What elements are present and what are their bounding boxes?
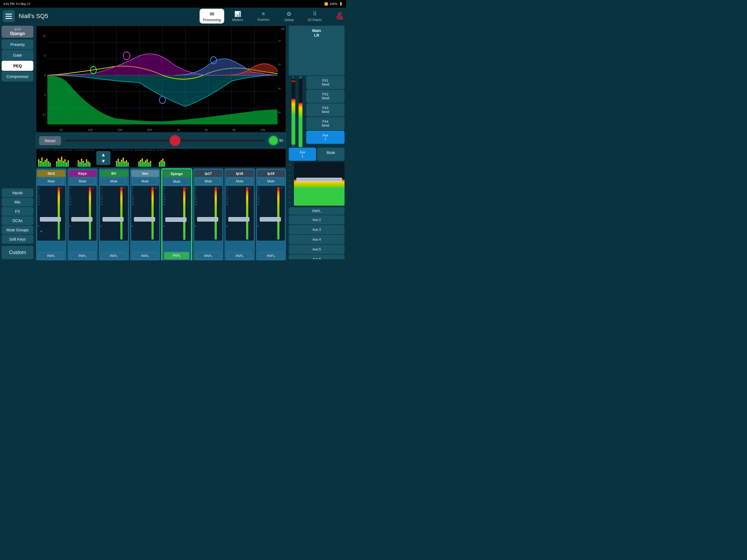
fader-area-keys: 105010203040 C G <box>69 186 97 251</box>
gate-button[interactable]: Gate <box>2 50 33 60</box>
fader-handle-django[interactable] <box>165 218 186 222</box>
fader-bg-django: 105010203040 C G <box>163 186 191 241</box>
nav-soft-keys[interactable]: Soft Keys <box>2 235 33 244</box>
nav-section: Inputs Mix FX DCAs Mute Groups Soft Keys <box>2 188 33 244</box>
fader-bg-gtr2: 105010203040 C G ▲ <box>37 186 66 240</box>
nav-mix[interactable]: Mix <box>2 198 33 206</box>
pafl-gtr2[interactable]: PAFL <box>38 252 64 260</box>
nav-dcas[interactable]: DCAs <box>2 216 33 225</box>
pafl-keys[interactable]: PAFL <box>70 252 95 260</box>
mute-lp19[interactable]: Mute <box>258 178 284 185</box>
channel-lp17: lp17 Mute 105010203040 C G PAFL <box>193 169 224 260</box>
tab-iopatch[interactable]: ⠿ IO Patch <box>302 9 327 24</box>
header: Niall's SQ5 ✉ Processing 📊 Meters ≡ Scen… <box>0 8 346 25</box>
app-title: Niall's SQ5 <box>19 12 48 20</box>
fader-area-bv: 105010203040 C G <box>100 186 128 251</box>
tab-meters[interactable]: 📊 Meters <box>225 9 250 24</box>
mute-right-button[interactable]: Mute <box>317 148 344 161</box>
pafl-bv[interactable]: PAFL <box>101 252 126 260</box>
fader-handle-lp19[interactable] <box>260 217 281 222</box>
channel-name-lp17[interactable]: lp17 <box>195 170 223 177</box>
compressor-button[interactable]: Compressor <box>2 71 33 81</box>
mute-lp17[interactable]: Mute <box>196 178 221 185</box>
right-sidebar: MainLR L Pk R <box>287 25 346 260</box>
aux1-pafl-button[interactable]: Aux1 <box>289 148 316 161</box>
fader-area-gtr2: 105010203040 C G ▲ <box>37 186 66 251</box>
status-time: 4:01 PM Fri May 17 <box>3 2 30 5</box>
status-bar: 4:01 PM Fri May 17 📶 100% 🔋 <box>0 0 346 8</box>
fx3-send-button[interactable]: FX3Send <box>306 103 344 117</box>
channel-name-lp19[interactable]: lp19 <box>257 170 285 177</box>
mute-keys[interactable]: Mute <box>70 178 95 185</box>
pafl-lp19[interactable]: PAFL <box>258 252 284 260</box>
fader-area-django: 105010203040 C G <box>163 186 191 251</box>
meter-group-6: 41 43 45 47 <box>157 149 167 167</box>
channel-name-django[interactable]: Django <box>163 170 191 177</box>
fader-meter-gtr2 <box>58 187 60 239</box>
pafl-django[interactable]: PAFL <box>164 252 189 259</box>
main-lr-button[interactable]: MainLR <box>289 26 344 75</box>
aux2-button[interactable]: Aux 2 <box>289 215 344 225</box>
fader-handle-keys[interactable] <box>71 217 93 222</box>
meter-group-1: 1 2 3 4 5 6 7 8 <box>38 149 51 167</box>
meter-group-2: 9 10 11 12 13 14 15 16 <box>52 149 72 167</box>
main-area: Pk 1260612 10203040 501002005001k2k5k10k <box>36 25 286 260</box>
aux3-button[interactable]: Aux 3 <box>289 225 344 234</box>
fader-handle-gtr2[interactable] <box>40 217 61 222</box>
channel-name-gtr2[interactable]: Gtr2 <box>37 170 66 177</box>
svg-point-15 <box>123 52 130 59</box>
vu-meter-left: L Pk <box>290 76 297 147</box>
fader-handle-lp18[interactable] <box>228 217 249 222</box>
channel-lp18: lp18 Mute 105010203040 C G PAFL <box>225 169 255 260</box>
in-led[interactable] <box>269 136 278 145</box>
peq-button[interactable]: PEQ <box>2 61 33 71</box>
channel-name-vox[interactable]: Vox <box>131 170 159 177</box>
fader-handle-lp17[interactable] <box>197 217 218 222</box>
channel-django: Django Mute 105010203040 C G PAFL <box>161 169 192 260</box>
fx2-send-button[interactable]: FX2Send <box>306 90 344 103</box>
channel-number: lp16 <box>3 27 32 31</box>
right-fader-handle[interactable] <box>297 178 342 182</box>
aux1-mute-row: Aux1 Mute <box>289 148 344 161</box>
tab-scenes[interactable]: ≡ Scenes <box>251 9 276 24</box>
mute-gtr2[interactable]: Mute <box>38 178 64 185</box>
fader-handle-bv[interactable] <box>103 217 124 222</box>
aux6-button[interactable]: Aux 6 <box>289 255 344 259</box>
preamp-button[interactable]: Preamp <box>2 40 33 50</box>
tab-processing[interactable]: ✉ Processing <box>200 9 224 24</box>
reset-button[interactable]: Reset <box>39 136 61 145</box>
mute-django[interactable]: Mute <box>164 178 189 185</box>
nav-fx[interactable]: FX <box>2 207 33 216</box>
right-fader-section: 1050510203040 5 6 20 30 <box>289 162 344 206</box>
mute-vox[interactable]: Mute <box>133 178 158 185</box>
fx1-send-button[interactable]: FX1Send <box>306 76 344 89</box>
transport-fader-track <box>66 139 265 142</box>
meter-scroll-button[interactable]: ▲ ▼ <box>96 151 110 165</box>
aux1-button[interactable]: Aux1 <box>306 131 344 144</box>
meter-strip: 1 2 3 4 5 6 7 8 9 10 11 12 13 14 15 16 <box>36 149 286 167</box>
pafl-lp17[interactable]: PAFL <box>196 252 221 260</box>
menu-button[interactable] <box>3 10 15 22</box>
channel-name-lp18[interactable]: lp18 <box>226 170 254 177</box>
pafl-lp18[interactable]: PAFL <box>227 252 252 260</box>
mute-lp18[interactable]: Mute <box>227 178 252 185</box>
nav-mute-groups[interactable]: Mute Groups <box>2 226 33 234</box>
mute-bv[interactable]: Mute <box>101 178 126 185</box>
aux5-button[interactable]: Aux 5 <box>289 245 344 254</box>
tab-setup[interactable]: ⚙ Setup <box>277 9 301 24</box>
nav-inputs[interactable]: Inputs <box>2 188 33 197</box>
in-section: In <box>269 136 283 145</box>
channel-info[interactable]: lp16 Django <box>2 26 33 38</box>
pafl-vox[interactable]: PAFL <box>133 252 158 260</box>
pafl-right-button[interactable]: PAFL <box>289 207 344 215</box>
in-label: In <box>279 138 283 143</box>
custom-button[interactable]: Custom <box>2 246 33 259</box>
aux4-button[interactable]: Aux 4 <box>289 235 344 244</box>
eq-freq-labels: 501002005001k2k5k10k <box>47 128 278 131</box>
transport-fader-thumb[interactable] <box>170 135 180 146</box>
channel-name-bv[interactable]: BV <box>100 170 128 177</box>
channel-vox: Vox Mute 105010203040 C G PAFL <box>130 169 160 260</box>
fader-handle-vox[interactable] <box>134 217 155 222</box>
fx4-send-button[interactable]: FX4Send <box>306 117 344 130</box>
channel-name-keys[interactable]: Keys <box>69 170 97 177</box>
